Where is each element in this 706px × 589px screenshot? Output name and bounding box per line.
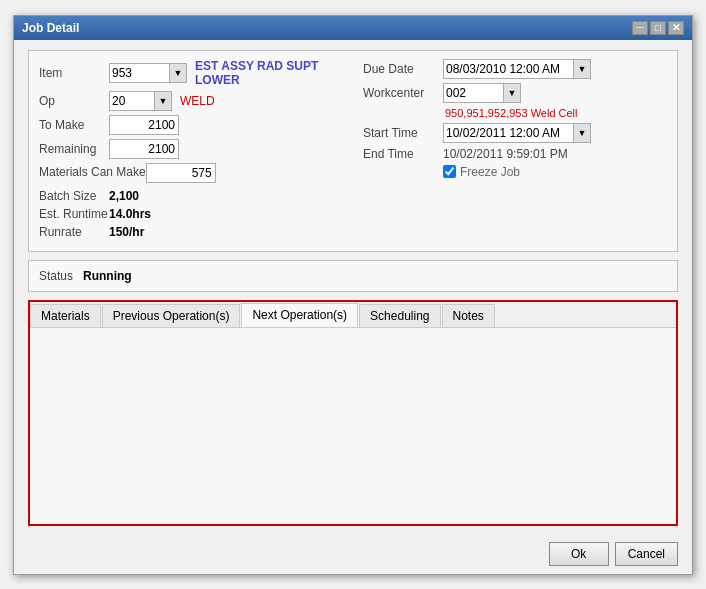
- dialog-footer: Ok Cancel: [14, 536, 692, 574]
- start-time-select-wrapper: ▼: [443, 123, 591, 143]
- minimize-button[interactable]: ─: [632, 21, 648, 35]
- start-time-input[interactable]: [443, 123, 573, 143]
- job-detail-dialog: Job Detail ─ □ ✕ Item ▼: [13, 15, 693, 575]
- item-dropdown-icon: ▼: [174, 68, 183, 78]
- remaining-label: Remaining: [39, 142, 109, 156]
- start-time-dropdown-icon: ▼: [578, 128, 587, 138]
- est-runtime-label: Est. Runtime: [39, 207, 109, 221]
- end-time-row: End Time 10/02/2011 9:59:01 PM: [363, 147, 667, 161]
- item-dropdown-button[interactable]: ▼: [169, 63, 187, 83]
- can-make-input[interactable]: [146, 163, 216, 183]
- due-date-dropdown-icon: ▼: [578, 64, 587, 74]
- form-grid: Item ▼ EST ASSY RAD SUPT LOWER Op: [39, 59, 667, 243]
- due-date-input[interactable]: [443, 59, 573, 79]
- cancel-button[interactable]: Cancel: [615, 542, 678, 566]
- to-make-input[interactable]: [109, 115, 179, 135]
- can-make-label: Materials Can Make: [39, 165, 146, 181]
- start-time-label: Start Time: [363, 126, 443, 140]
- tabs-section: Materials Previous Operation(s) Next Ope…: [28, 300, 678, 526]
- dialog-body: Item ▼ EST ASSY RAD SUPT LOWER Op: [14, 40, 692, 536]
- tab-materials[interactable]: Materials: [30, 304, 101, 327]
- top-form-section: Item ▼ EST ASSY RAD SUPT LOWER Op: [28, 50, 678, 252]
- due-date-row: Due Date ▼: [363, 59, 667, 79]
- runrate-row: Runrate 150/hr: [39, 225, 343, 239]
- remaining-input[interactable]: [109, 139, 179, 159]
- item-description: EST ASSY RAD SUPT LOWER: [195, 59, 343, 87]
- est-runtime-row: Est. Runtime 14.0hrs: [39, 207, 343, 221]
- due-date-label: Due Date: [363, 62, 443, 76]
- batch-row: Batch Size 2,100: [39, 189, 343, 203]
- remaining-row: Remaining: [39, 139, 343, 159]
- can-make-row: Materials Can Make: [39, 163, 343, 183]
- status-label: Status: [39, 269, 73, 283]
- freeze-row: Freeze Job: [443, 165, 667, 179]
- due-date-select-wrapper: ▼: [443, 59, 591, 79]
- tab-previous-operations[interactable]: Previous Operation(s): [102, 304, 241, 327]
- batch-section: Batch Size 2,100 Est. Runtime 14.0hrs Ru…: [39, 189, 343, 239]
- due-date-dropdown-button[interactable]: ▼: [573, 59, 591, 79]
- workcenter-dropdown-button[interactable]: ▼: [503, 83, 521, 103]
- left-column: Item ▼ EST ASSY RAD SUPT LOWER Op: [39, 59, 343, 243]
- to-make-label: To Make: [39, 118, 109, 132]
- ok-button[interactable]: Ok: [549, 542, 609, 566]
- batch-size-label: Batch Size: [39, 189, 109, 203]
- status-value: Running: [83, 269, 132, 283]
- title-bar: Job Detail ─ □ ✕: [14, 16, 692, 40]
- op-select-wrapper: ▼: [109, 91, 172, 111]
- to-make-row: To Make: [39, 115, 343, 135]
- workcenter-description: 950,951,952,953 Weld Cell: [445, 107, 667, 119]
- tab-next-operations[interactable]: Next Operation(s): [241, 303, 358, 327]
- runrate-value: 150/hr: [109, 225, 144, 239]
- status-section: Status Running: [28, 260, 678, 292]
- close-button[interactable]: ✕: [668, 21, 684, 35]
- item-label: Item: [39, 66, 109, 80]
- dialog-title: Job Detail: [22, 21, 79, 35]
- start-time-row: Start Time ▼: [363, 123, 667, 143]
- workcenter-input[interactable]: [443, 83, 503, 103]
- op-dropdown-button[interactable]: ▼: [154, 91, 172, 111]
- end-time-label: End Time: [363, 147, 443, 161]
- workcenter-dropdown-icon: ▼: [508, 88, 517, 98]
- start-time-dropdown-button[interactable]: ▼: [573, 123, 591, 143]
- workcenter-label: Workcenter: [363, 86, 443, 100]
- workcenter-row: Workcenter ▼: [363, 83, 667, 103]
- item-row: Item ▼ EST ASSY RAD SUPT LOWER: [39, 59, 343, 87]
- maximize-button[interactable]: □: [650, 21, 666, 35]
- op-row: Op ▼ WELD: [39, 91, 343, 111]
- tab-notes[interactable]: Notes: [442, 304, 495, 327]
- end-time-value: 10/02/2011 9:59:01 PM: [443, 147, 568, 161]
- runrate-label: Runrate: [39, 225, 109, 239]
- tab-content-area: [30, 328, 676, 524]
- right-column: Due Date ▼ Workcenter: [363, 59, 667, 243]
- op-input[interactable]: [109, 91, 154, 111]
- freeze-checkbox[interactable]: [443, 165, 456, 178]
- tab-scheduling[interactable]: Scheduling: [359, 304, 440, 327]
- item-select-wrapper: ▼: [109, 63, 187, 83]
- est-runtime-value: 14.0hrs: [109, 207, 151, 221]
- op-dropdown-icon: ▼: [159, 96, 168, 106]
- freeze-label: Freeze Job: [460, 165, 520, 179]
- tabs-header: Materials Previous Operation(s) Next Ope…: [30, 302, 676, 328]
- op-label: Op: [39, 94, 109, 108]
- title-bar-buttons: ─ □ ✕: [632, 21, 684, 35]
- op-description: WELD: [180, 94, 215, 108]
- workcenter-select-wrapper: ▼: [443, 83, 521, 103]
- item-input[interactable]: [109, 63, 169, 83]
- batch-size-value: 2,100: [109, 189, 139, 203]
